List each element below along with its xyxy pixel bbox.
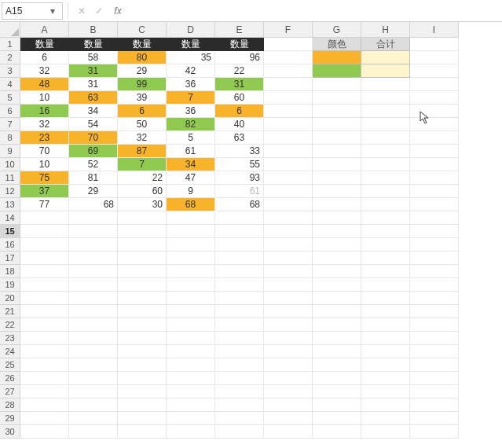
cell-E30[interactable] — [215, 425, 264, 439]
cell-E25[interactable] — [215, 358, 264, 372]
cell-E5[interactable]: 60 — [215, 91, 264, 105]
formula-input[interactable] — [125, 2, 502, 20]
cell-C30[interactable] — [118, 425, 167, 439]
cell-I8[interactable] — [410, 131, 459, 145]
cell-B22[interactable] — [69, 318, 118, 332]
column-header-E[interactable]: E — [215, 22, 264, 38]
cell-E13[interactable]: 68 — [215, 198, 264, 211]
cell-D22[interactable] — [167, 318, 215, 332]
name-box[interactable]: ▾ — [2, 2, 63, 20]
cell-A13[interactable]: 77 — [20, 198, 69, 211]
cell-B28[interactable] — [69, 398, 118, 412]
cell-G12[interactable] — [313, 185, 361, 198]
cell-F8[interactable] — [264, 131, 313, 145]
cell-D25[interactable] — [167, 358, 215, 372]
cell-B5[interactable]: 63 — [69, 91, 118, 105]
cell-E24[interactable] — [215, 345, 264, 358]
cell-D11[interactable]: 47 — [167, 171, 215, 185]
cell-F3[interactable] — [264, 64, 313, 78]
cell-A3[interactable]: 32 — [20, 64, 69, 78]
cell-I17[interactable] — [410, 252, 459, 265]
column-header-C[interactable]: C — [118, 22, 167, 38]
cell-A30[interactable] — [20, 425, 69, 439]
cell-C14[interactable] — [118, 211, 167, 225]
cell-E18[interactable] — [215, 265, 264, 278]
cell-F9[interactable] — [264, 145, 313, 158]
row-header-22[interactable]: 22 — [0, 318, 20, 332]
row-header-5[interactable]: 5 — [0, 91, 20, 105]
row-header-30[interactable]: 30 — [0, 425, 20, 439]
cell-I11[interactable] — [410, 171, 459, 185]
cell-I7[interactable] — [410, 118, 459, 131]
cell-G22[interactable] — [313, 318, 361, 332]
cell-F17[interactable] — [264, 252, 313, 265]
cell-H17[interactable] — [361, 252, 410, 265]
cell-H29[interactable] — [361, 412, 410, 425]
cell-D16[interactable] — [167, 238, 215, 252]
row-header-3[interactable]: 3 — [0, 64, 20, 78]
cell-F5[interactable] — [264, 91, 313, 105]
cell-A23[interactable] — [20, 332, 69, 345]
cell-D19[interactable] — [167, 278, 215, 292]
cell-I25[interactable] — [410, 358, 459, 372]
cell-F10[interactable] — [264, 158, 313, 171]
cell-B7[interactable]: 54 — [69, 118, 118, 131]
cell-A16[interactable] — [20, 238, 69, 252]
cell-B14[interactable] — [69, 211, 118, 225]
cell-I19[interactable] — [410, 278, 459, 292]
cell-G25[interactable] — [313, 358, 361, 372]
cell-D9[interactable]: 61 — [167, 145, 215, 158]
cell-C28[interactable] — [118, 398, 167, 412]
cell-F1[interactable] — [264, 38, 313, 51]
cell-H14[interactable] — [361, 211, 410, 225]
row-header-7[interactable]: 7 — [0, 118, 20, 131]
cell-H18[interactable] — [361, 265, 410, 278]
cell-G1[interactable]: 颜色 — [313, 38, 361, 51]
cell-H13[interactable] — [361, 198, 410, 211]
cell-I13[interactable] — [410, 198, 459, 211]
cell-G17[interactable] — [313, 252, 361, 265]
cell-H22[interactable] — [361, 318, 410, 332]
cell-G13[interactable] — [313, 198, 361, 211]
cell-F18[interactable] — [264, 265, 313, 278]
cell-G20[interactable] — [313, 292, 361, 305]
row-header-8[interactable]: 8 — [0, 131, 20, 145]
cell-C27[interactable] — [118, 385, 167, 398]
name-box-dropdown-icon[interactable]: ▾ — [46, 6, 59, 17]
cell-E17[interactable] — [215, 252, 264, 265]
cell-D13[interactable]: 68 — [167, 198, 215, 211]
cell-A8[interactable]: 23 — [20, 131, 69, 145]
cell-E2[interactable]: 96 — [215, 51, 264, 64]
cell-G18[interactable] — [313, 265, 361, 278]
row-header-23[interactable]: 23 — [0, 332, 20, 345]
cell-D8[interactable]: 5 — [167, 131, 215, 145]
cell-B13[interactable]: 68 — [69, 198, 118, 211]
cell-G26[interactable] — [313, 372, 361, 385]
cell-C18[interactable] — [118, 265, 167, 278]
cell-C21[interactable] — [118, 305, 167, 318]
cell-D28[interactable] — [167, 398, 215, 412]
cell-C11[interactable]: 22 — [118, 171, 167, 185]
cell-I2[interactable] — [410, 51, 459, 64]
cell-D10[interactable]: 34 — [167, 158, 215, 171]
cell-C1[interactable]: 数量 — [118, 38, 167, 51]
cell-G11[interactable] — [313, 171, 361, 185]
select-all-corner[interactable] — [0, 22, 20, 38]
row-header-26[interactable]: 26 — [0, 372, 20, 385]
cell-D26[interactable] — [167, 372, 215, 385]
row-header-20[interactable]: 20 — [0, 292, 20, 305]
cell-D4[interactable]: 36 — [167, 78, 215, 91]
row-header-18[interactable]: 18 — [0, 265, 20, 278]
cell-G16[interactable] — [313, 238, 361, 252]
cell-C6[interactable]: 6 — [118, 105, 167, 118]
cell-G6[interactable] — [313, 105, 361, 118]
cell-F28[interactable] — [264, 398, 313, 412]
cell-G14[interactable] — [313, 211, 361, 225]
row-header-15[interactable]: 15 — [0, 225, 20, 238]
cell-D24[interactable] — [167, 345, 215, 358]
column-header-G[interactable]: G — [313, 22, 361, 38]
cell-I29[interactable] — [410, 412, 459, 425]
row-header-4[interactable]: 4 — [0, 78, 20, 91]
cell-B21[interactable] — [69, 305, 118, 318]
cell-G19[interactable] — [313, 278, 361, 292]
